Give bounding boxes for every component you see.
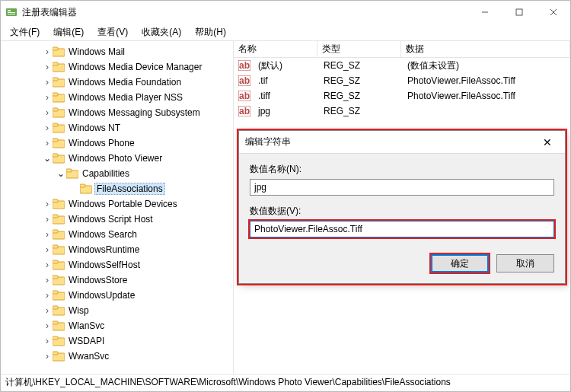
chevron-down-icon[interactable]: ⌄ bbox=[42, 153, 53, 164]
chevron-right-icon[interactable]: › bbox=[42, 290, 53, 301]
tree-item[interactable]: ›Windows Portable Devices bbox=[1, 196, 233, 212]
tree-item[interactable]: ⌄Windows Photo Viewer bbox=[1, 151, 233, 166]
col-data[interactable]: 数据 bbox=[401, 41, 570, 57]
chevron-right-icon[interactable]: › bbox=[42, 320, 53, 331]
chevron-right-icon[interactable]: › bbox=[42, 214, 53, 225]
cell-name: .tif bbox=[254, 75, 319, 86]
dialog-title: 编辑字符串 bbox=[245, 135, 536, 148]
chevron-right-icon[interactable]: › bbox=[42, 260, 53, 270]
menu-favorites[interactable]: 收藏夹(A) bbox=[136, 24, 187, 40]
folder-icon bbox=[66, 168, 78, 179]
chevron-right-icon[interactable]: › bbox=[42, 336, 53, 346]
svg-rect-9 bbox=[516, 9, 522, 15]
folder-icon bbox=[53, 320, 65, 331]
status-bar: 计算机\HKEY_LOCAL_MACHINE\SOFTWARE\Microsof… bbox=[1, 374, 570, 390]
edit-string-dialog: 编辑字符串 ✕ 数值名称(N): 数值数据(V): 确定 取消 bbox=[238, 130, 566, 284]
folder-icon bbox=[53, 107, 65, 118]
chevron-down-icon[interactable]: ⌄ bbox=[56, 168, 66, 179]
tree-item-label: Windows Search bbox=[67, 229, 139, 240]
cell-name: (默认) bbox=[254, 59, 319, 72]
list-row[interactable]: .tifREG_SZPhotoViewer.FileAssoc.Tiff bbox=[234, 73, 570, 88]
value-name-input[interactable] bbox=[250, 179, 554, 196]
tree-item[interactable]: ›Windows Media Device Manager bbox=[1, 59, 233, 75]
string-value-icon bbox=[238, 60, 250, 71]
tree-item-label: Windows Messaging Subsystem bbox=[67, 107, 202, 118]
dialog-close-button[interactable]: ✕ bbox=[536, 136, 559, 148]
chevron-right-icon[interactable]: › bbox=[42, 123, 53, 133]
cancel-button[interactable]: 取消 bbox=[496, 254, 554, 272]
tree-item[interactable]: ›Windows Search bbox=[1, 227, 233, 242]
chevron-right-icon[interactable]: › bbox=[42, 92, 53, 103]
tree-item[interactable]: ›Windows Script Host bbox=[1, 212, 233, 227]
maximize-button[interactable] bbox=[502, 1, 536, 24]
tree-item-label: Windows Photo Viewer bbox=[67, 153, 164, 164]
tree-item[interactable]: ›Windows NT bbox=[1, 120, 233, 135]
folder-icon bbox=[53, 290, 65, 301]
tree-item[interactable]: ›WwanSvc bbox=[1, 349, 233, 364]
ok-button[interactable]: 确定 bbox=[431, 254, 489, 272]
tree-item[interactable]: FileAssociations bbox=[1, 181, 233, 196]
chevron-right-icon[interactable]: › bbox=[42, 77, 53, 88]
chevron-right-icon[interactable]: › bbox=[42, 275, 53, 285]
folder-icon bbox=[53, 123, 65, 133]
cell-type: REG_SZ bbox=[319, 91, 403, 101]
minimize-button[interactable] bbox=[467, 1, 502, 24]
folder-icon bbox=[80, 183, 92, 194]
tree-item-label: Wisp bbox=[67, 305, 91, 316]
col-type[interactable]: 类型 bbox=[317, 41, 401, 57]
tree-item[interactable]: ›WindowsUpdate bbox=[1, 288, 233, 303]
folder-icon bbox=[53, 244, 65, 255]
app-icon bbox=[5, 6, 18, 18]
menu-help[interactable]: 帮助(H) bbox=[189, 24, 232, 40]
tree-item[interactable]: ›WSDAPI bbox=[1, 333, 233, 349]
list-row[interactable]: .tiffREG_SZPhotoViewer.FileAssoc.Tiff bbox=[234, 88, 570, 104]
cell-data: PhotoViewer.FileAssoc.Tiff bbox=[403, 91, 570, 101]
folder-icon bbox=[53, 275, 65, 285]
folder-icon bbox=[53, 62, 65, 72]
chevron-right-icon[interactable]: › bbox=[42, 46, 53, 57]
chevron-right-icon[interactable]: › bbox=[42, 244, 53, 255]
menu-edit[interactable]: 编辑(E) bbox=[47, 24, 90, 40]
tree-item[interactable]: ⌄Capabilities bbox=[1, 166, 233, 181]
tree-item[interactable]: ›WlanSvc bbox=[1, 318, 233, 333]
chevron-right-icon[interactable]: › bbox=[42, 138, 53, 148]
chevron-right-icon[interactable]: › bbox=[42, 305, 53, 316]
folder-icon bbox=[53, 351, 65, 362]
folder-icon bbox=[53, 214, 65, 225]
tree-item-label: Windows Media Player NSS bbox=[67, 92, 184, 103]
tree-item[interactable]: ›Wisp bbox=[1, 303, 233, 318]
cell-name: .tiff bbox=[254, 91, 319, 101]
folder-icon bbox=[53, 153, 65, 164]
tree-item[interactable]: ›Windows Mail bbox=[1, 44, 233, 59]
menu-view[interactable]: 查看(V) bbox=[91, 24, 134, 40]
tree-item[interactable]: ›WindowsRuntime bbox=[1, 242, 233, 257]
chevron-right-icon[interactable]: › bbox=[42, 107, 53, 118]
chevron-right-icon[interactable]: › bbox=[42, 351, 53, 362]
cell-data: (数值未设置) bbox=[403, 59, 570, 72]
close-button[interactable] bbox=[536, 1, 570, 24]
list-row[interactable]: (默认)REG_SZ(数值未设置) bbox=[234, 58, 570, 73]
tree-item-label: Windows Media Foundation bbox=[67, 77, 183, 88]
tree-item-label: WSDAPI bbox=[67, 336, 106, 346]
tree-item[interactable]: ›Windows Media Player NSS bbox=[1, 90, 233, 105]
tree-item[interactable]: ›Windows Phone bbox=[1, 135, 233, 151]
chevron-right-icon[interactable]: › bbox=[42, 62, 53, 72]
folder-icon bbox=[53, 336, 65, 346]
cell-data: PhotoViewer.FileAssoc.Tiff bbox=[403, 75, 570, 86]
value-data-input[interactable] bbox=[250, 221, 554, 237]
chevron-right-icon[interactable]: › bbox=[42, 199, 53, 209]
tree-pane[interactable]: ›Windows Mail›Windows Media Device Manag… bbox=[1, 41, 234, 374]
menu-file[interactable]: 文件(F) bbox=[4, 24, 46, 40]
list-row[interactable]: jpgREG_SZ bbox=[234, 104, 570, 119]
tree-item[interactable]: ›WindowsSelfHost bbox=[1, 257, 233, 272]
tree-item[interactable]: ›WindowsStore bbox=[1, 272, 233, 288]
tree-item-label: Windows Portable Devices bbox=[67, 199, 179, 209]
tree-item-label: WlanSvc bbox=[67, 320, 106, 331]
col-name[interactable]: 名称 bbox=[234, 41, 317, 57]
tree-item[interactable]: ›Windows Media Foundation bbox=[1, 75, 233, 90]
string-value-icon bbox=[238, 75, 250, 86]
folder-icon bbox=[53, 77, 65, 88]
tree-item[interactable]: ›Windows Messaging Subsystem bbox=[1, 105, 233, 120]
folder-icon bbox=[53, 92, 65, 103]
chevron-right-icon[interactable]: › bbox=[42, 229, 53, 240]
